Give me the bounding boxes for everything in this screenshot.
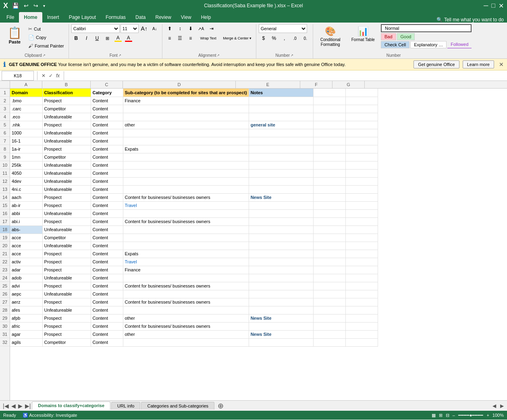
cell-22-G[interactable]	[345, 258, 378, 266]
cut-button[interactable]: ✂ Cut	[26, 25, 66, 33]
cell-17-B[interactable]: Prospect	[42, 217, 91, 226]
italic-button[interactable]: I	[82, 34, 91, 43]
row-num-16[interactable]: 16	[0, 209, 10, 217]
number-format-select[interactable]: General Number Currency Percentage	[259, 24, 307, 33]
cell-9-D[interactable]	[123, 153, 249, 161]
cell-21-G[interactable]	[345, 250, 378, 258]
cell-4-D[interactable]	[123, 113, 249, 121]
save-icon[interactable]: 💾	[11, 2, 20, 10]
cell-21-A[interactable]: acce	[10, 250, 42, 258]
cell-4-E[interactable]	[249, 113, 313, 121]
cell-4-B[interactable]: Unfeatureable	[42, 113, 91, 121]
cell-14-F[interactable]	[313, 193, 345, 201]
cell-18-F[interactable]	[313, 226, 345, 234]
cell-19-D[interactable]	[123, 234, 249, 242]
cell-22-B[interactable]: Prospect	[42, 258, 91, 266]
row-num-29[interactable]: 29	[0, 314, 10, 322]
cell-27-D[interactable]: Content for businesses/ businesses owner…	[123, 298, 249, 306]
cell-6-C[interactable]: Content	[91, 129, 123, 137]
cell-32-C[interactable]: Content	[91, 338, 123, 346]
cell-9-A[interactable]: 1mn	[10, 153, 42, 161]
row-num-3[interactable]: 3	[0, 105, 10, 113]
cell-2-B[interactable]: Prospect	[42, 97, 91, 105]
cell-16-C[interactable]: Content	[91, 209, 123, 217]
cell-11-A[interactable]: 4050	[10, 169, 42, 177]
tab-data[interactable]: Data	[131, 12, 150, 23]
row-num-21[interactable]: 21	[0, 250, 10, 258]
sheet-tab-categories[interactable]: Categories and Sub-categories	[141, 402, 214, 410]
cell-13-E[interactable]	[249, 185, 313, 193]
cell-18-G[interactable]	[345, 226, 378, 234]
cell-17-G[interactable]	[345, 217, 378, 226]
cell-11-E[interactable]	[249, 169, 313, 177]
cell-32-F[interactable]	[313, 338, 345, 346]
row-num-22[interactable]: 22	[0, 258, 10, 266]
style-followed[interactable]: Followed	[447, 41, 472, 48]
row-num-12[interactable]: 12	[0, 177, 10, 185]
row-num-26[interactable]: 26	[0, 290, 10, 298]
cell-22-F[interactable]	[313, 258, 345, 266]
cell-5-B[interactable]: Prospect	[42, 121, 91, 129]
cell-2-C[interactable]: Content	[91, 97, 123, 105]
cell-23-B[interactable]: Prospect	[42, 266, 91, 274]
cell-6-D[interactable]	[123, 129, 249, 137]
cell-30-C[interactable]: Content	[91, 322, 123, 330]
cell-8-E[interactable]	[249, 145, 313, 153]
cell-27-F[interactable]	[313, 298, 345, 306]
row-num-23[interactable]: 23	[0, 266, 10, 274]
cell-10-G[interactable]	[345, 161, 378, 169]
cell-25-A[interactable]: advi	[10, 282, 42, 290]
cell-25-D[interactable]: Content for businesses/ businesses owner…	[123, 282, 249, 290]
cell-9-E[interactable]	[249, 153, 313, 161]
cell-23-C[interactable]: Content	[91, 266, 123, 274]
zoom-slider[interactable]: ━━━━●━━━━	[458, 413, 484, 418]
cell-29-E[interactable]: News Site	[249, 314, 313, 322]
row-num-4[interactable]: 4	[0, 113, 10, 121]
cell-2-E[interactable]	[249, 97, 313, 105]
align-left-button[interactable]: ≡	[165, 34, 175, 43]
row-num-28[interactable]: 28	[0, 306, 10, 314]
cell-8-D[interactable]: Expats	[123, 145, 249, 153]
cell-7-A[interactable]: 16-1	[10, 137, 42, 145]
decrease-decimal-button[interactable]: 0.	[301, 34, 310, 43]
cell-10-A[interactable]: 256k	[10, 161, 42, 169]
cell-6-B[interactable]: Unfeatureable	[42, 129, 91, 137]
cell-13-D[interactable]	[123, 185, 249, 193]
cell-26-E[interactable]	[249, 290, 313, 298]
cell-30-E[interactable]	[249, 322, 313, 330]
cell-32-B[interactable]: Competitor	[42, 338, 91, 346]
cell-2-A[interactable]: .bmo	[10, 97, 42, 105]
tab-help[interactable]: Help	[196, 12, 216, 23]
cell-7-B[interactable]: Unfeatureable	[42, 137, 91, 145]
cell-8-F[interactable]	[313, 145, 345, 153]
merge-center-button[interactable]: Merge & Center ▾	[221, 34, 254, 43]
confirm-formula-button[interactable]: ✓	[48, 72, 54, 79]
cell-8-B[interactable]: Prospect	[42, 145, 91, 153]
row-num-19[interactable]: 19	[0, 234, 10, 242]
cell-31-C[interactable]: Content	[91, 330, 123, 338]
tab-file[interactable]: File	[2, 12, 19, 23]
conditional-formatting-button[interactable]: 🎨 Conditional Formatting	[316, 24, 345, 49]
customize-icon[interactable]: ▾	[42, 3, 46, 9]
cell-23-F[interactable]	[313, 266, 345, 274]
cell-28-E[interactable]	[249, 306, 313, 314]
cell-12-G[interactable]	[345, 177, 378, 185]
cell-23-A[interactable]: adar	[10, 266, 42, 274]
cell-15-D[interactable]: Travel	[123, 201, 249, 209]
cell-2-D[interactable]: Finance	[123, 97, 249, 105]
font-name-select[interactable]: Calibri	[71, 24, 120, 33]
cell-2-G[interactable]	[345, 97, 378, 105]
cell-9-F[interactable]	[313, 153, 345, 161]
cell-19-B[interactable]: Competitor	[42, 234, 91, 242]
borders-button[interactable]: ⊞	[103, 34, 112, 43]
col-header-F[interactable]: F	[300, 81, 332, 88]
cell-5-F[interactable]	[313, 121, 345, 129]
cell-31-G[interactable]	[345, 330, 378, 338]
cell-24-D[interactable]	[123, 274, 249, 282]
fill-color-button[interactable]: A	[113, 34, 123, 43]
cell-3-G[interactable]	[345, 105, 378, 113]
cell-17-C[interactable]: Content	[91, 217, 123, 226]
style-bad[interactable]: Bad	[381, 33, 396, 40]
cell-8-A[interactable]: 1a-ir	[10, 145, 42, 153]
cell-19-C[interactable]: Content	[91, 234, 123, 242]
